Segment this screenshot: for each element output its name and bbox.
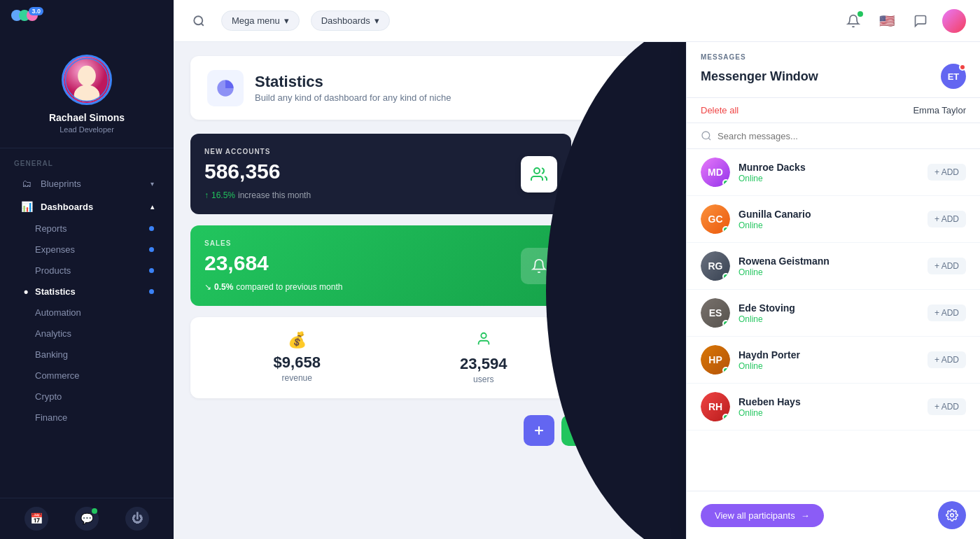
- notifications-badge: [858, 11, 863, 17]
- users-label: users: [473, 374, 493, 384]
- svg-point-16: [575, 428, 579, 431]
- contact-haydn-info: Haydn Porter Online: [738, 349, 919, 371]
- contact-rowena-name: Rowena Geistmann: [738, 255, 919, 267]
- new-accounts-change: ↑ 16.5% increase this month: [204, 190, 557, 200]
- add-button[interactable]: [524, 415, 554, 446]
- contact-munroe-name: Munroe Dacks: [738, 162, 919, 173]
- online-indicator: [722, 320, 729, 327]
- stats-title: Statistics: [255, 73, 451, 91]
- contact-rowena-info: Rowena Geistmann Online: [738, 255, 919, 277]
- statistics-label: Statistics: [35, 286, 76, 297]
- online-indicator: [722, 226, 729, 233]
- view-all-button[interactable]: View all participants →: [701, 504, 824, 527]
- add-munroe-button[interactable]: + ADD: [927, 164, 966, 181]
- search-button[interactable]: [188, 10, 210, 32]
- sidebar-item-automation[interactable]: Automation: [6, 302, 168, 323]
- messenger-footer: View all participants →: [687, 491, 980, 539]
- contact-ede-avatar: ES: [701, 298, 730, 328]
- new-accounts-value: 586,356: [204, 160, 557, 183]
- expenses-dot: [149, 247, 154, 252]
- table-button[interactable]: [599, 415, 630, 446]
- sidebar-item-statistics[interactable]: Statistics: [6, 281, 168, 302]
- stats-text: Statistics Build any kind of dashboard f…: [255, 73, 451, 103]
- messenger-settings-button[interactable]: [938, 501, 966, 529]
- users-stat: 23,594 users: [394, 331, 574, 384]
- contact-rueben[interactable]: RH Rueben Hays Online + ADD: [687, 384, 980, 430]
- messenger-user-badge: [959, 64, 966, 71]
- language-button[interactable]: 🇺🇸: [875, 9, 899, 33]
- svg-point-22: [702, 132, 710, 139]
- logo-version: 3.0: [29, 7, 43, 15]
- orders-icon: [662, 331, 678, 351]
- contact-haydn-status: Online: [738, 361, 919, 371]
- contact-munroe[interactable]: MD Munroe Dacks Online + ADD: [687, 149, 980, 196]
- svg-point-3: [78, 66, 96, 86]
- contact-gunilla-avatar: GC: [701, 204, 730, 234]
- add-haydn-button[interactable]: + ADD: [927, 351, 966, 368]
- add-rueben-button[interactable]: + ADD: [927, 398, 966, 415]
- dashboards-btn-label: Dashboards: [321, 15, 370, 26]
- location-button[interactable]: [561, 415, 592, 446]
- sidebar-item-reports[interactable]: Reports: [6, 218, 168, 239]
- topbar: Mega menu ▾ Dashboards ▾ 🇺🇸: [174, 0, 980, 42]
- dashboards-arrow: ▴: [150, 203, 154, 211]
- messenger-user-avatar[interactable]: ET: [941, 64, 966, 89]
- message-search-icon: [701, 130, 712, 141]
- flag-icon: 🇺🇸: [879, 13, 895, 29]
- add-ede-button[interactable]: + ADD: [927, 304, 966, 321]
- calendar-icon: 📅: [30, 512, 43, 525]
- mega-menu-button[interactable]: Mega menu ▾: [221, 10, 300, 31]
- contact-haydn[interactable]: HP Haydn Porter Online + ADD: [687, 337, 980, 384]
- commerce-label: Commerce: [35, 370, 80, 381]
- view-all-label: View all participants: [715, 510, 795, 521]
- revenue-stat: 💰 $9,658 revenue: [207, 331, 387, 384]
- sidebar-item-products[interactable]: Products: [6, 260, 168, 281]
- messenger-contact-list: MD Munroe Dacks Online + ADD GC: [687, 149, 980, 491]
- add-gunilla-button[interactable]: + ADD: [927, 211, 966, 227]
- analytics-label: Analytics: [35, 328, 71, 339]
- power-button[interactable]: ⏻: [125, 507, 149, 531]
- message-search-box: [687, 123, 980, 149]
- app-logo: 3.0: [11, 10, 38, 36]
- dashboards-btn-chevron: ▾: [374, 15, 379, 26]
- sidebar-item-blueprints[interactable]: 🗂 Blueprints ▾: [6, 172, 168, 195]
- revenue-icon: 💰: [288, 331, 307, 349]
- dashboards-button[interactable]: Dashboards ▾: [311, 10, 390, 31]
- reports-label: Reports: [35, 223, 67, 234]
- users-value: 23,594: [460, 355, 507, 373]
- add-rowena-button[interactable]: + ADD: [927, 258, 966, 274]
- profile-name: Rachael Simons: [49, 112, 125, 123]
- contact-rowena[interactable]: RG Rowena Geistmann Online + ADD: [687, 243, 980, 290]
- calendar-button[interactable]: 📅: [24, 507, 48, 531]
- online-indicator: [722, 273, 729, 280]
- sidebar-item-finance[interactable]: Finance: [6, 407, 168, 428]
- user-avatar-button[interactable]: [942, 9, 966, 33]
- sidebar-item-analytics[interactable]: Analytics: [6, 323, 168, 344]
- contact-rueben-avatar: RH: [701, 392, 730, 421]
- delete-all-button[interactable]: Delete all: [701, 105, 738, 115]
- orders-label: orders: [658, 374, 682, 384]
- stats-pie-icon: [216, 78, 235, 98]
- chat-button[interactable]: 💬: [75, 507, 99, 531]
- notifications-button[interactable]: [841, 9, 865, 33]
- online-indicator: [722, 414, 729, 421]
- svg-point-6: [194, 16, 202, 24]
- message-search-input[interactable]: [718, 131, 966, 141]
- sidebar-item-banking[interactable]: Banking: [6, 344, 168, 365]
- contact-rowena-avatar: RG: [701, 251, 730, 281]
- mega-menu-chevron: ▾: [284, 15, 289, 26]
- content-area: Statistics Build any kind of dashboard f…: [174, 42, 980, 539]
- contact-gunilla[interactable]: GC Gunilla Canario Online + ADD: [687, 196, 980, 243]
- revenue-label: revenue: [282, 373, 312, 383]
- stats-icon-box: [207, 70, 244, 106]
- contact-ede[interactable]: ES Ede Stoving Online + ADD: [687, 290, 980, 337]
- contact-ede-info: Ede Stoving Online: [738, 302, 919, 324]
- messages-button[interactable]: [909, 9, 932, 33]
- contact-haydn-avatar: HP: [701, 345, 730, 374]
- sidebar-item-commerce[interactable]: Commerce: [6, 365, 168, 386]
- sidebar-item-dashboards[interactable]: 📊 Dashboards ▴: [6, 195, 168, 218]
- sidebar-item-expenses[interactable]: Expenses: [6, 239, 168, 260]
- sidebar-item-crypto[interactable]: Crypto: [6, 386, 168, 407]
- avatar-image: [64, 55, 110, 105]
- crypto-label: Crypto: [35, 391, 62, 402]
